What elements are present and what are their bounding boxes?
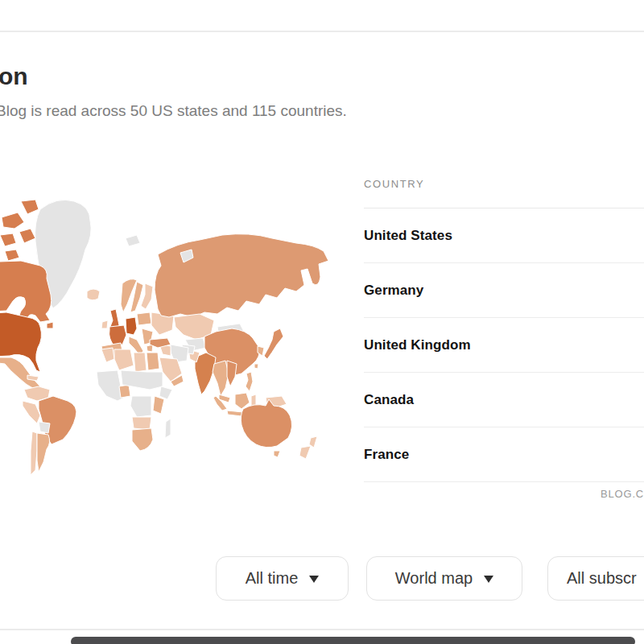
country-name: United Kingdom <box>364 337 471 353</box>
audience-filter-label: All subscr <box>567 569 637 588</box>
audience-filter-dropdown[interactable]: All subscr <box>547 556 644 601</box>
chevron-down-icon <box>309 576 319 583</box>
map-region-tasmania[interactable] <box>274 451 280 457</box>
map-region-horn-of-africa[interactable] <box>159 386 172 399</box>
chevron-down-icon <box>484 576 493 583</box>
country-name: France <box>364 447 409 463</box>
country-name: Germany <box>364 283 423 299</box>
country-row-canada[interactable]: Canada <box>364 373 644 427</box>
map-region-vietnam[interactable] <box>227 361 237 386</box>
map-region-libya[interactable] <box>134 353 147 372</box>
map-region-nigeria[interactable] <box>119 385 130 398</box>
page-title: on <box>0 63 27 90</box>
map-region-australia[interactable] <box>241 399 291 448</box>
map-region-egypt[interactable] <box>147 353 159 370</box>
map-region-canada-islands[interactable] <box>0 200 39 261</box>
map-region-germany[interactable] <box>126 317 137 335</box>
country-column-header: COUNTRY <box>364 166 644 208</box>
country-name: Canada <box>364 392 414 408</box>
top-divider <box>0 31 644 32</box>
bottom-divider <box>0 629 644 630</box>
country-row-germany[interactable]: Germany <box>364 263 644 318</box>
map-region-iceland[interactable] <box>87 289 100 300</box>
map-region-russia[interactable] <box>155 234 328 317</box>
map-region-drc[interactable] <box>130 396 151 417</box>
map-region-morocco[interactable] <box>101 348 114 362</box>
map-region-chile[interactable] <box>31 431 37 475</box>
map-region-japan[interactable] <box>264 328 283 359</box>
audience-location-panel: on Blog is read across 50 US states and … <box>0 0 644 644</box>
map-region-bolivia[interactable] <box>39 422 50 433</box>
map-region-algeria[interactable] <box>114 349 134 370</box>
map-region-myanmar-thailand[interactable] <box>213 361 229 396</box>
map-region-ireland[interactable] <box>101 320 108 328</box>
map-region-kenya-tanzania[interactable] <box>153 396 164 414</box>
blog-watermark: BLOG.C <box>364 488 644 500</box>
time-range-dropdown[interactable]: All time <box>216 556 349 601</box>
map-region-new-zealand[interactable] <box>299 436 317 459</box>
country-row-france[interactable]: France <box>364 427 644 482</box>
map-region-angola-zambia[interactable] <box>132 417 151 430</box>
map-region-poland[interactable] <box>137 312 151 325</box>
map-view-dropdown[interactable]: World map <box>366 556 522 601</box>
map-region-france[interactable] <box>109 325 126 346</box>
country-name: United States <box>364 228 452 244</box>
map-region-south-africa[interactable] <box>132 428 153 451</box>
map-region-svalbard[interactable] <box>126 235 140 246</box>
map-region-peru[interactable] <box>23 401 40 423</box>
map-region-argentina[interactable] <box>37 433 50 472</box>
world-map-svg <box>0 193 364 499</box>
map-region-java[interactable] <box>227 411 243 416</box>
world-choropleth-map <box>0 193 364 499</box>
country-table: COUNTRY United States Germany United Kin… <box>364 166 644 482</box>
country-row-united-states[interactable]: United States <box>364 208 644 263</box>
time-range-label: All time <box>246 569 299 588</box>
page-subtitle: Blog is read across 50 US states and 115… <box>0 102 347 120</box>
horizontal-scrollbar-thumb[interactable] <box>71 637 635 644</box>
map-region-malaysia-sumatra[interactable] <box>213 394 230 411</box>
map-view-label: World map <box>395 569 473 588</box>
map-region-madagascar[interactable] <box>165 419 171 438</box>
country-row-united-kingdom[interactable]: United Kingdom <box>364 318 644 373</box>
country-header-label: COUNTRY <box>364 178 424 190</box>
